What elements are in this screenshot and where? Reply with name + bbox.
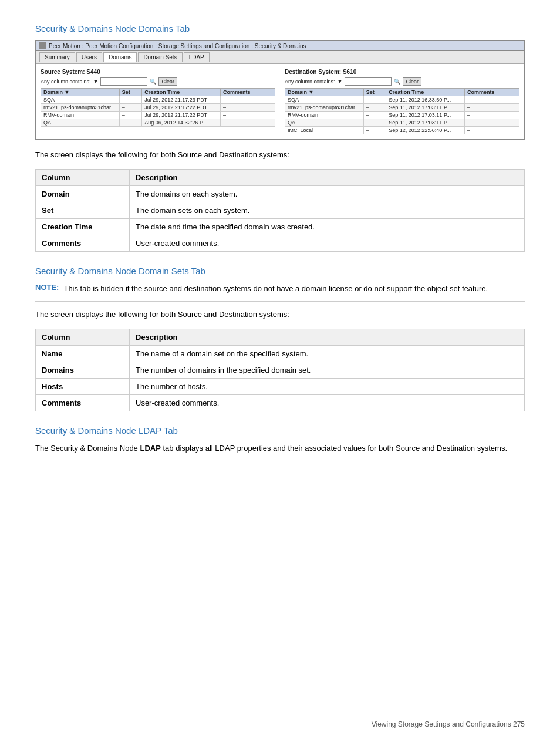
table-cell: – [363, 104, 386, 112]
table-cell: – [363, 112, 386, 119]
table-row: Creation TimeThe date and time the speci… [36, 218, 525, 235]
dest-filter-input[interactable] [345, 77, 392, 86]
source-clear-button[interactable]: Clear [158, 77, 177, 86]
section-title-ldap: Security & Domains Node LDAP Tab [35, 426, 525, 436]
section-title-domains: Security & Domains Node Domains Tab [35, 23, 525, 33]
table-row: SetThe domain sets on each system. [36, 202, 525, 218]
table-row: QA–Aug 06, 2012 14:32:26 P...– [41, 119, 275, 127]
domains-intro: The screen displays the following for bo… [35, 149, 525, 161]
table-cell: – [465, 119, 519, 127]
domain-sets-description-table: Column Description NameThe name of a dom… [35, 329, 525, 411]
column-description: The number of hosts. [130, 378, 525, 394]
ds-col-header-description: Description [130, 329, 525, 345]
table-cell: Sep 12, 2012 22:56:40 P... [386, 127, 465, 134]
table-row: DomainThe domains on each system. [36, 185, 525, 202]
screenshot-titlebar: Peer Motion : Peer Motion Configuration … [36, 41, 524, 51]
dest-domains-table: Domain ▼ Set Creation Time Comments SQA–… [285, 88, 519, 134]
source-col-comments: Comments [221, 89, 275, 96]
filter-dropdown-icon: ▼ [93, 79, 99, 85]
screenshot-tabs: Summary Users Domains Domain Sets LDAP [36, 51, 524, 64]
ldap-intro-bold: LDAP [140, 444, 160, 453]
table-cell: RMV-domain [285, 112, 364, 119]
table-cell: QA [285, 119, 364, 127]
dest-clear-button[interactable]: Clear [403, 77, 421, 86]
dest-filter-row: Any column contains: ▼ 🔍 Clear [285, 77, 519, 86]
ldap-intro-part1: The Security & Domains Node [35, 444, 140, 453]
column-description: User-created comments. [130, 394, 525, 411]
section-divider-1 [35, 301, 525, 302]
table-cell: Jul 29, 2012 21:17:23 PDT [142, 96, 221, 104]
screenshot-domains: Peer Motion : Peer Motion Configuration … [35, 40, 525, 140]
tab-domain-sets: Domain Sets [138, 52, 182, 62]
dest-filter-dropdown-icon: ▼ [338, 79, 343, 85]
note-label: NOTE: [35, 283, 59, 295]
dest-col-domain: Domain ▼ [285, 89, 364, 96]
source-domains-table: Domain ▼ Set Creation Time Comments SQA–… [41, 88, 275, 127]
column-name: Name [36, 345, 130, 362]
table-cell: – [221, 104, 275, 112]
column-name: Creation Time [36, 218, 130, 235]
table-row: RMV-domain–Sep 11, 2012 17:03:11 P...– [285, 112, 519, 119]
table-cell: RMV-domain [41, 112, 120, 119]
column-description: The name of a domain set on the specifie… [130, 345, 525, 362]
ldap-intro: The Security & Domains Node LDAP tab dis… [35, 443, 525, 454]
source-filter-input[interactable] [100, 77, 147, 86]
table-cell: Jul 29, 2012 21:17:22 PDT [142, 112, 221, 119]
dest-col-set: Set [363, 89, 386, 96]
domain-sets-intro: The screen displays the following for bo… [35, 309, 525, 320]
table-row: SQA–Sep 11, 2012 16:33:50 P...– [285, 96, 519, 104]
column-name: Domains [36, 362, 130, 378]
column-description: The date and time the specified domain w… [130, 218, 525, 235]
table-cell: – [363, 127, 386, 134]
column-name: Comments [36, 235, 130, 251]
table-cell: IMC_Local [285, 127, 364, 134]
column-description: The number of domains in the specified d… [130, 362, 525, 378]
column-description: The domains on each system. [130, 185, 525, 202]
source-col-set: Set [119, 89, 141, 96]
table-cell: – [465, 112, 519, 119]
table-row: IMC_Local–Sep 12, 2012 22:56:40 P...– [285, 127, 519, 134]
table-cell: – [119, 112, 141, 119]
table-cell: – [221, 112, 275, 119]
table-cell: SQA [41, 96, 120, 104]
table-cell: – [221, 96, 275, 104]
dest-system-panel: Destination System: S610 Any column cont… [285, 69, 519, 134]
table-cell: QA [41, 119, 120, 127]
column-name: Hosts [36, 378, 130, 394]
source-system-title: Source System: S440 [41, 69, 275, 75]
dest-col-creation: Creation Time [386, 89, 465, 96]
table-cell: Sep 11, 2012 17:03:11 P... [386, 104, 465, 112]
table-cell: – [221, 119, 275, 127]
tab-summary: Summary [39, 52, 75, 62]
col-header-column: Column [36, 169, 130, 185]
tab-ldap: LDAP [184, 52, 210, 62]
table-row: rmv21_ps-domanupto31character–Jul 29, 20… [41, 104, 275, 112]
table-row: CommentsUser-created comments. [36, 235, 525, 251]
table-cell: – [465, 104, 519, 112]
note-text: This tab is hidden if the source and des… [63, 283, 488, 295]
table-cell: Sep 11, 2012 17:03:11 P... [386, 112, 465, 119]
column-name: Set [36, 202, 130, 218]
table-cell: Sep 11, 2012 16:33:50 P... [386, 96, 465, 104]
filter-icon: 🔍 [150, 79, 156, 85]
table-cell: – [119, 104, 141, 112]
column-name: Domain [36, 185, 130, 202]
dest-filter-icon: 🔍 [394, 79, 400, 85]
table-cell: rmv21_ps-domanupto31character [41, 104, 120, 112]
table-cell: – [119, 96, 141, 104]
window-icon [39, 42, 46, 49]
table-cell: rmv21_ps-domanupto31character [285, 104, 364, 112]
dest-system-title: Destination System: S610 [285, 69, 519, 75]
page-footer: Viewing Storage Settings and Configurati… [372, 720, 525, 728]
table-row: rmv21_ps-domanupto31character–Sep 11, 20… [285, 104, 519, 112]
table-row: DomainsThe number of domains in the spec… [36, 362, 525, 378]
table-cell: – [119, 119, 141, 127]
source-col-domain: Domain ▼ [41, 89, 120, 96]
source-filter-label: Any column contains: [41, 79, 91, 85]
table-cell: Aug 06, 2012 14:32:26 P... [142, 119, 221, 127]
note-box: NOTE: This tab is hidden if the source a… [35, 283, 525, 295]
table-cell: – [363, 119, 386, 127]
column-name: Comments [36, 394, 130, 411]
table-cell: – [465, 127, 519, 134]
column-description: The domain sets on each system. [130, 202, 525, 218]
